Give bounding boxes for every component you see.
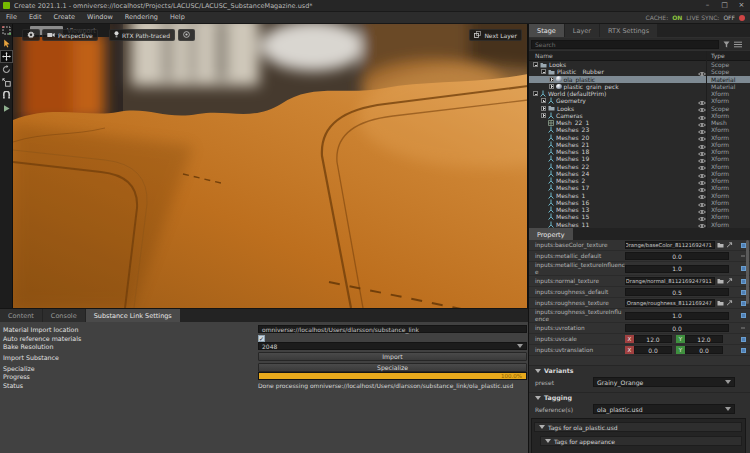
stage-row-meshes-19[interactable]: Meshes_19Xform bbox=[529, 155, 750, 162]
stage-row-looks[interactable]: LooksScope bbox=[529, 61, 750, 68]
texture-path-field[interactable]: ./ola_plastic/Grainy_Orange/baseColor_81… bbox=[625, 241, 715, 249]
viewport-settings-button[interactable] bbox=[22, 29, 40, 41]
stage-row-plastic-rubber[interactable]: Plastic__RubberScope bbox=[529, 68, 750, 75]
value-slider[interactable]: 0.0 bbox=[625, 252, 729, 260]
expander-minus-icon[interactable] bbox=[541, 69, 546, 74]
tab-content[interactable]: Content bbox=[0, 309, 42, 322]
tab-stage[interactable]: Stage bbox=[529, 24, 564, 37]
rotate-tool-button[interactable] bbox=[0, 63, 13, 76]
stage-row-meshes-23[interactable]: Meshes_23Xform bbox=[529, 126, 750, 133]
prim-type: Material bbox=[711, 83, 735, 90]
value-slider[interactable]: 1.0 bbox=[625, 265, 729, 273]
maximize-button[interactable]: □ bbox=[716, 0, 733, 11]
tags-file-header[interactable]: Tags for ola_plastic.usd bbox=[534, 422, 742, 432]
value-slider[interactable]: 0.0 bbox=[625, 324, 729, 332]
external-link-icon[interactable] bbox=[726, 300, 733, 306]
renderer-button[interactable]: RTX Path-traced bbox=[109, 29, 175, 41]
stage-row-mesh-22-1[interactable]: Mesh_22_1Mesh bbox=[529, 119, 750, 126]
close-button[interactable]: × bbox=[733, 0, 750, 11]
tagging-section-header[interactable]: Tagging bbox=[529, 392, 750, 402]
tab-layer[interactable]: Layer bbox=[565, 24, 599, 37]
scale-tool-button[interactable] bbox=[0, 76, 13, 89]
import-button[interactable]: Import bbox=[258, 352, 527, 361]
y-value-field[interactable]: 12.0 bbox=[685, 335, 723, 343]
reference-dropdown[interactable]: ola_plastic.usd bbox=[593, 404, 735, 414]
move-tool-button[interactable] bbox=[0, 50, 13, 63]
tab-rtx-settings[interactable]: RTX Settings bbox=[600, 24, 657, 37]
search-input[interactable] bbox=[531, 40, 719, 49]
select-tool-button[interactable] bbox=[0, 24, 13, 37]
tab-substance-link-settings[interactable]: Substance Link Settings bbox=[86, 309, 180, 322]
menu-rendering[interactable]: Rendering bbox=[119, 12, 164, 23]
minimize-button[interactable]: – bbox=[699, 0, 716, 11]
stage-row-geometry[interactable]: GeometryXform bbox=[529, 97, 750, 104]
next-layer-button[interactable]: Next Layer bbox=[469, 29, 522, 41]
expander-minus-icon[interactable] bbox=[533, 91, 538, 96]
value-slider[interactable]: 1.0 bbox=[625, 312, 729, 320]
viewport[interactable]: Perspective RTX Path-traced Next Layer bbox=[13, 24, 528, 308]
tags-appearance-header[interactable]: Tags for appearance bbox=[540, 436, 742, 446]
live-sync-off-icon[interactable] bbox=[739, 15, 745, 21]
stage-row-world-defaultprim-[interactable]: World (defaultPrim)Xform bbox=[529, 90, 750, 97]
expander-plus-icon[interactable] bbox=[541, 106, 546, 111]
camera-mode-button[interactable]: Perspective bbox=[42, 29, 98, 41]
stage-row-meshes-20[interactable]: Meshes_20Xform bbox=[529, 134, 750, 141]
value-slider[interactable]: 0.5 bbox=[625, 288, 729, 296]
texture-path-field[interactable]: ./ola_plastic/Grainy_Orange/roughness_81… bbox=[625, 299, 715, 307]
stage-row-meshes-21[interactable]: Meshes_21Xform bbox=[529, 141, 750, 148]
stage-row-meshes-11[interactable]: Meshes_11Xform bbox=[529, 221, 750, 228]
viewport-display-button[interactable] bbox=[178, 29, 195, 41]
play-tool-button[interactable] bbox=[0, 102, 13, 115]
folder-icon[interactable] bbox=[717, 278, 724, 284]
stage-row-meshes-1[interactable]: Meshes_1Xform bbox=[529, 192, 750, 199]
column-options-icon[interactable] bbox=[734, 41, 742, 48]
expander-plus-icon[interactable] bbox=[541, 98, 546, 103]
stage-row-meshes-18[interactable]: Meshes_18Xform bbox=[529, 148, 750, 155]
property-scrollbar[interactable] bbox=[746, 240, 749, 304]
variants-section-header[interactable]: Variants bbox=[529, 365, 750, 375]
stage-row-looks[interactable]: LooksScope bbox=[529, 105, 750, 112]
expander-minus-icon[interactable] bbox=[533, 62, 538, 67]
menu-create[interactable]: Create bbox=[47, 12, 81, 23]
menu-edit[interactable]: Edit bbox=[23, 12, 48, 23]
preset-dropdown[interactable]: Grainy_Orange bbox=[593, 377, 735, 387]
tab-console[interactable]: Console bbox=[43, 309, 85, 322]
stage-row-ola-plastic[interactable]: ola_plasticMaterial bbox=[529, 76, 750, 83]
status-label: Status bbox=[3, 382, 23, 389]
external-link-icon[interactable] bbox=[726, 278, 733, 284]
expander-plus-icon[interactable] bbox=[541, 113, 546, 118]
specialize-button[interactable]: Specialize bbox=[258, 363, 527, 372]
auto-reference-checkbox[interactable] bbox=[258, 335, 265, 342]
override-checkbox[interactable] bbox=[741, 348, 746, 353]
texture-path-field[interactable]: ./ola_plastic/Grainy_Orange/normal_81121… bbox=[625, 277, 715, 285]
stage-row-meshes-17[interactable]: Meshes_17Xform bbox=[529, 184, 750, 191]
material-import-field[interactable]: omniverse://localhost/Users/dlarsson/sub… bbox=[258, 325, 527, 333]
menu-help[interactable]: Help bbox=[164, 12, 191, 23]
menu-window[interactable]: Window bbox=[81, 12, 119, 23]
folder-icon[interactable] bbox=[717, 300, 724, 306]
bake-resolution-dropdown[interactable]: 2048 bbox=[258, 342, 527, 350]
stage-row-meshes-2[interactable]: Meshes_2Xform bbox=[529, 177, 750, 184]
expander-plus-icon[interactable] bbox=[549, 77, 554, 82]
x-value-field[interactable]: 12.0 bbox=[634, 335, 672, 343]
stage-row-meshes-22[interactable]: Meshes_22Xform bbox=[529, 163, 750, 170]
folder-icon[interactable] bbox=[717, 242, 724, 248]
override-checkbox[interactable] bbox=[741, 313, 746, 318]
stage-row-cameras[interactable]: CamerasXform bbox=[529, 112, 750, 119]
stage-row-meshes-15[interactable]: Meshes_15Xform bbox=[529, 213, 750, 220]
cursor-tool-button[interactable] bbox=[0, 37, 13, 50]
omniverse-app-icon bbox=[3, 2, 10, 9]
stage-row-meshes-16[interactable]: Meshes_16Xform bbox=[529, 199, 750, 206]
menu-file[interactable]: File bbox=[0, 12, 23, 23]
stage-row-meshes-24[interactable]: Meshes_24Xform bbox=[529, 170, 750, 177]
override-checkbox[interactable] bbox=[741, 337, 746, 342]
expander-plus-icon[interactable] bbox=[549, 84, 554, 89]
filter-icon[interactable] bbox=[723, 41, 730, 48]
stage-row-plastic-grain-peck[interactable]: plastic_grain_peckMaterial bbox=[529, 83, 750, 90]
snap-tool-button[interactable] bbox=[0, 89, 13, 102]
external-link-icon[interactable] bbox=[726, 242, 733, 248]
y-value-field[interactable]: 0.0 bbox=[685, 346, 723, 354]
stage-row-meshes-13[interactable]: Meshes_13Xform bbox=[529, 206, 750, 213]
x-value-field[interactable]: 0.0 bbox=[634, 346, 672, 354]
y-axis-badge: Y bbox=[676, 335, 685, 343]
